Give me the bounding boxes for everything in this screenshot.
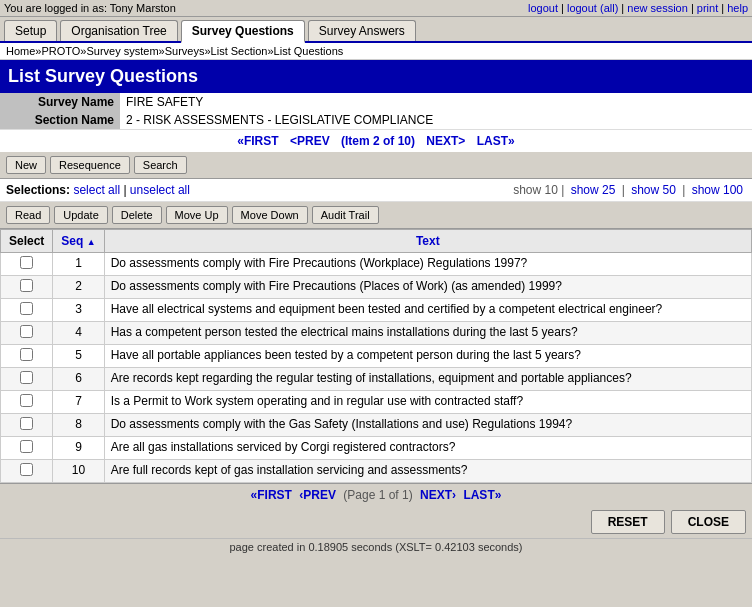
row-checkbox[interactable] xyxy=(20,371,33,384)
bottom-first-link[interactable]: «FIRST xyxy=(251,488,292,502)
row-text: Are records kept regarding the regular t… xyxy=(104,368,751,391)
top-pagination: «FIRST <PREV (Item 2 of 10) NEXT> LAST» xyxy=(0,129,752,152)
next-link[interactable]: NEXT> xyxy=(426,134,465,148)
table-row: 5Have all portable appliances been teste… xyxy=(1,345,752,368)
bottom-prev-link[interactable]: ‹PREV xyxy=(299,488,336,502)
selections-bar: Selections: select all | unselect all sh… xyxy=(0,179,752,202)
table-row: 7Is a Permit to Work system operating an… xyxy=(1,391,752,414)
print-link[interactable]: print xyxy=(697,2,718,14)
new-session-link[interactable]: new session xyxy=(627,2,688,14)
show-links: show 10 | show 25 | show 50 | show 100 xyxy=(513,183,746,197)
row-checkbox[interactable] xyxy=(20,348,33,361)
row-select-cell xyxy=(1,437,53,460)
row-seq: 9 xyxy=(53,437,104,460)
toolbar: New Resequence Search xyxy=(0,152,752,179)
row-seq: 1 xyxy=(53,253,104,276)
prev-link[interactable]: <PREV xyxy=(290,134,330,148)
row-text: Are all gas installations serviced by Co… xyxy=(104,437,751,460)
close-button[interactable]: CLOSE xyxy=(671,510,746,534)
tab-survey-questions[interactable]: Survey Questions xyxy=(181,20,305,43)
table-row: 9Are all gas installations serviced by C… xyxy=(1,437,752,460)
survey-name-value: FIRE SAFETY xyxy=(120,93,752,111)
select-all-link[interactable]: select all xyxy=(73,183,120,197)
tab-setup[interactable]: Setup xyxy=(4,20,57,41)
logout-link[interactable]: logout xyxy=(528,2,558,14)
table-row: 3Have all electrical systems and equipme… xyxy=(1,299,752,322)
table-row: 6Are records kept regarding the regular … xyxy=(1,368,752,391)
row-checkbox[interactable] xyxy=(20,256,33,269)
update-button[interactable]: Update xyxy=(54,206,107,224)
row-select-cell xyxy=(1,460,53,483)
row-text: Is a Permit to Work system operating and… xyxy=(104,391,751,414)
data-tbody: 1Do assessments comply with Fire Precaut… xyxy=(1,253,752,483)
row-checkbox[interactable] xyxy=(20,394,33,407)
table-row: 1Do assessments comply with Fire Precaut… xyxy=(1,253,752,276)
first-link[interactable]: «FIRST xyxy=(237,134,278,148)
row-checkbox[interactable] xyxy=(20,440,33,453)
table-row: 10Are full records kept of gas installat… xyxy=(1,460,752,483)
status-text: page created in 0.18905 seconds (XSLT= 0… xyxy=(229,541,522,553)
new-button[interactable]: New xyxy=(6,156,46,174)
row-text: Do assessments comply with Fire Precauti… xyxy=(104,276,751,299)
move-down-button[interactable]: Move Down xyxy=(232,206,308,224)
show-50-link[interactable]: show 50 xyxy=(631,183,676,197)
row-checkbox[interactable] xyxy=(20,279,33,292)
resequence-button[interactable]: Resequence xyxy=(50,156,130,174)
row-seq: 8 xyxy=(53,414,104,437)
bottom-next-link[interactable]: NEXT› xyxy=(420,488,456,502)
col-header-text: Text xyxy=(104,230,751,253)
table-row: 4Has a competent person tested the elect… xyxy=(1,322,752,345)
row-select-cell xyxy=(1,276,53,299)
section-name-label: Section Name xyxy=(0,111,120,129)
show-25-link[interactable]: show 25 xyxy=(571,183,616,197)
page-title: List Survey Questions xyxy=(0,60,752,93)
row-text: Have all portable appliances been tested… xyxy=(104,345,751,368)
audit-trail-button[interactable]: Audit Trail xyxy=(312,206,379,224)
seq-sort-link[interactable]: Seq ▲ xyxy=(61,234,95,248)
reset-button[interactable]: RESET xyxy=(591,510,665,534)
row-text: Has a competent person tested the electr… xyxy=(104,322,751,345)
row-text: Do assessments comply with Fire Precauti… xyxy=(104,253,751,276)
col-header-select: Select xyxy=(1,230,53,253)
item-info: (Item 2 of 10) xyxy=(341,134,415,148)
row-checkbox[interactable] xyxy=(20,302,33,315)
row-checkbox[interactable] xyxy=(20,325,33,338)
last-link[interactable]: LAST» xyxy=(477,134,515,148)
bottom-last-link[interactable]: LAST» xyxy=(463,488,501,502)
data-table: Select Seq ▲ Text 1Do assessments comply… xyxy=(0,229,752,483)
row-text: Have all electrical systems and equipmen… xyxy=(104,299,751,322)
top-links: logout | logout (all) | new session | pr… xyxy=(528,2,748,14)
read-button[interactable]: Read xyxy=(6,206,50,224)
row-seq: 6 xyxy=(53,368,104,391)
col-header-seq[interactable]: Seq ▲ xyxy=(53,230,104,253)
top-bar: You are logged in as: Tony Marston logou… xyxy=(0,0,752,17)
bottom-page-info: (Page 1 of 1) xyxy=(343,488,412,502)
row-seq: 4 xyxy=(53,322,104,345)
help-link[interactable]: help xyxy=(727,2,748,14)
row-select-cell xyxy=(1,322,53,345)
tab-survey-answers[interactable]: Survey Answers xyxy=(308,20,416,41)
row-seq: 10 xyxy=(53,460,104,483)
info-table: Survey Name FIRE SAFETY Section Name 2 -… xyxy=(0,93,752,129)
row-select-cell xyxy=(1,414,53,437)
row-seq: 7 xyxy=(53,391,104,414)
row-text: Do assessments comply with the Gas Safet… xyxy=(104,414,751,437)
row-select-cell xyxy=(1,391,53,414)
tab-organisation-tree[interactable]: Organisation Tree xyxy=(60,20,177,41)
move-up-button[interactable]: Move Up xyxy=(166,206,228,224)
row-select-cell xyxy=(1,368,53,391)
unselect-all-link[interactable]: unselect all xyxy=(130,183,190,197)
search-button[interactable]: Search xyxy=(134,156,187,174)
logout-all-link[interactable]: logout (all) xyxy=(567,2,618,14)
status-bar: page created in 0.18905 seconds (XSLT= 0… xyxy=(0,538,752,555)
row-checkbox[interactable] xyxy=(20,417,33,430)
row-text: Are full records kept of gas installatio… xyxy=(104,460,751,483)
row-seq: 3 xyxy=(53,299,104,322)
selections-label: Selections: xyxy=(6,183,70,197)
show-100-link[interactable]: show 100 xyxy=(692,183,743,197)
row-checkbox[interactable] xyxy=(20,463,33,476)
bottom-pagination: «FIRST ‹PREV (Page 1 of 1) NEXT› LAST» xyxy=(0,483,752,506)
text-sort-link[interactable]: Text xyxy=(416,234,440,248)
table-row: 8Do assessments comply with the Gas Safe… xyxy=(1,414,752,437)
delete-button[interactable]: Delete xyxy=(112,206,162,224)
